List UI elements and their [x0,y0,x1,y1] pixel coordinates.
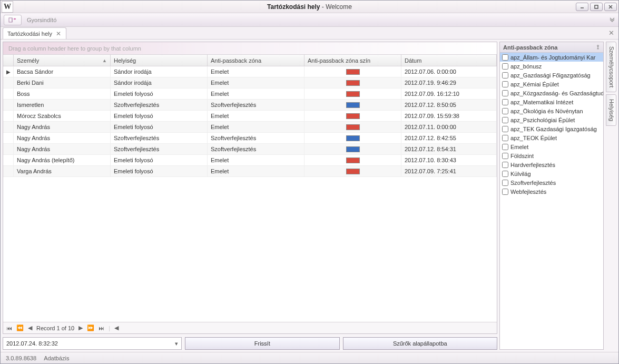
zone-item[interactable]: apz_Pszichológiai Épület [500,115,603,124]
row-selector[interactable] [3,88,14,100]
group-by-box[interactable]: Drag a column header here to group by th… [3,42,497,55]
row-selector[interactable]: ▶ [3,66,14,77]
row-selector[interactable] [3,133,14,144]
cell-zone-color [304,133,401,144]
zone-checkbox[interactable] [502,189,508,195]
zone-checkbox[interactable] [502,117,508,123]
zone-item[interactable]: apz_TEK Gazdasági Igazgatóság [500,124,603,133]
table-row[interactable]: Varga AndrásEmeleti folyosóEmelet2012.07… [3,166,497,177]
col-header-zone[interactable]: Anti-passback zóna [208,55,304,66]
cell-zone: Szoftverfejlesztés [208,100,304,111]
date-field[interactable]: 2012.07.24. 8:32:32 ▾ [3,337,182,350]
table-row[interactable]: IsmeretlenSzoftverfejlesztésSzoftverfejl… [3,100,497,111]
col-header-zone-color[interactable]: Anti-passback zóna szín [304,55,401,66]
zone-item[interactable]: Webfejlesztés [500,187,603,196]
zone-item[interactable]: apz_bónusz [500,62,603,71]
dropdown-icon[interactable]: ▾ [175,340,178,347]
minimize-button[interactable] [576,3,588,11]
zone-checkbox[interactable] [502,135,508,141]
zone-list[interactable]: apz_Állam- és Jogtudományi Karapz_bónusz… [500,53,603,349]
zone-item[interactable]: Földszint [500,151,603,160]
tab-tartozkodasi-hely[interactable]: Tartózkodási hely ✕ [3,27,66,39]
cell-zone: Emelet [208,111,304,122]
table-row[interactable]: Nagy AndrásSzoftverfejlesztésSzoftverfej… [3,144,497,155]
zone-checkbox[interactable] [502,108,508,114]
col-header-person[interactable]: Személy▲ [14,55,111,66]
row-selector[interactable] [3,144,14,155]
zone-item[interactable]: Emelet [500,142,603,151]
row-selector[interactable] [3,111,14,122]
reset-filters-button[interactable]: Szűrők alapállapotba [343,337,498,350]
row-selector[interactable] [3,77,14,88]
zone-item[interactable]: Külvilág [500,169,603,178]
table-row[interactable]: BossEmeleti folyosóEmelet2012.07.09. 16:… [3,88,497,100]
zone-item[interactable]: apz_TEOK Épület [500,133,603,142]
quick-launch-button[interactable] [4,15,22,25]
pager-text: Record 1 of 10 [36,325,74,331]
table-row[interactable]: Nagy AndrásEmeleti folyosóEmelet2012.07.… [3,122,497,133]
refresh-button[interactable]: Frissít [185,337,340,350]
grid-body[interactable]: ▶Bacsa SándorSándor irodájaEmelet2012.07… [3,66,497,322]
zone-checkbox[interactable] [502,72,508,78]
titlebar: W Tartózkodási hely - Welcome [1,1,618,13]
zone-item[interactable]: apz_Közgazdaság- és Gazdaságtud [500,88,603,97]
table-row[interactable]: Mórocz SzabolcsEmeleti folyosóEmelet2012… [3,111,497,122]
zone-label: Webfejlesztés [510,189,546,195]
side-tabs: Személycsoport Helyiség [606,42,616,350]
col-header-room[interactable]: Helyiség [111,55,208,66]
row-selector[interactable] [3,155,14,166]
zone-checkbox[interactable] [502,99,508,105]
row-selector[interactable] [3,166,14,177]
zone-checkbox[interactable] [502,90,508,96]
cell-date: 2012.07.10. 8:30:43 [401,155,497,166]
zone-checkbox[interactable] [502,144,508,150]
zone-label: apz_bónusz [510,63,542,70]
col-header-date[interactable]: Dátum [401,55,497,66]
zone-item[interactable]: apz_Gazdasági Főigazgatóság [500,71,603,80]
table-row[interactable]: Berki DaniSándor irodájaEmelet2012.07.19… [3,77,497,88]
zone-label: apz_Ökológia és Növénytan [510,108,583,114]
tabstrip-close-icon[interactable]: ✕ [608,29,614,37]
zone-checkbox[interactable] [502,81,508,87]
sidetab-szemelycsoport[interactable]: Személycsoport [606,42,616,92]
pager-prev-icon[interactable]: ◀ [28,324,32,331]
zone-label: apz_Közgazdaság- és Gazdaságtud [510,90,603,96]
zone-checkbox[interactable] [502,153,508,159]
maximize-button[interactable] [590,3,603,11]
pager-next-icon[interactable]: ▶ [78,324,83,331]
zone-checkbox[interactable] [502,162,508,168]
close-button[interactable] [604,3,617,11]
pager-last-icon[interactable]: ⏭ [99,325,104,331]
pager-prevpage-icon[interactable]: ⏪ [16,324,24,331]
zone-checkbox[interactable] [502,63,508,70]
quickbar-chevron-icon[interactable] [609,16,615,24]
row-selector[interactable] [3,122,14,133]
table-row[interactable]: ▶Bacsa SándorSándor irodájaEmelet2012.07… [3,66,497,77]
sidetab-helyiseg[interactable]: Helyiség [606,94,616,126]
pager-nextpage-icon[interactable]: ⏩ [87,324,94,331]
bottom-actions: 2012.07.24. 8:32:32 ▾ Frissít Szűrők ala… [3,337,497,350]
zone-item[interactable]: Szoftverfejlesztés [500,178,603,187]
zone-item[interactable]: apz_Kémiai Épület [500,80,603,88]
zone-item[interactable]: apz_Ökológia és Növénytan [500,106,603,115]
zone-checkbox[interactable] [502,126,508,132]
zone-item[interactable]: apz_Állam- és Jogtudományi Kar [500,53,603,62]
tab-close-icon[interactable]: ✕ [55,31,62,37]
cell-room: Szoftverfejlesztés [111,133,208,144]
table-row[interactable]: Nagy András (telepítő)Emeleti folyosóEme… [3,155,497,166]
cell-room: Szoftverfejlesztés [111,144,208,155]
pager-scroll-left-icon[interactable]: ◀ [114,324,119,331]
cell-zone-color [304,144,401,155]
cell-date: 2012.07.06. 0:00:00 [401,66,497,77]
pager-first-icon[interactable]: ⏮ [6,325,12,331]
zone-checkbox[interactable] [502,171,508,177]
zone-checkbox[interactable] [502,54,508,61]
svg-rect-1 [595,5,598,8]
pin-icon[interactable]: ⟟ [595,44,601,50]
table-row[interactable]: Nagy AndrásSzoftverfejlesztésSzoftverfej… [3,133,497,144]
zone-item[interactable]: apz_Matematikai Intézet [500,97,603,106]
zone-checkbox[interactable] [502,180,508,186]
row-selector[interactable] [3,100,14,111]
tab-strip: Tartózkodási hely ✕ ✕ [1,27,618,40]
zone-item[interactable]: Hardverfejlesztés [500,160,603,169]
